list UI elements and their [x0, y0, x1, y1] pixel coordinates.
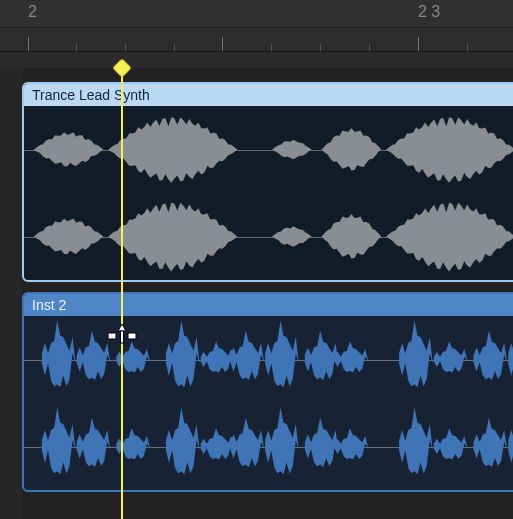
ruler-tick-minor [271, 44, 272, 51]
tracks-gutter [0, 68, 22, 519]
ruler-tick-major [28, 37, 29, 51]
audio-region-trance-lead-synth[interactable]: Trance Lead Synth [22, 82, 513, 282]
ruler-tick-major [418, 37, 419, 51]
ruler-tick-minor [125, 44, 126, 51]
ruler-tick-minor [467, 44, 468, 51]
ruler-tick-minor [76, 44, 77, 51]
ruler-tick-minor [369, 44, 370, 51]
ruler-tick-minor [174, 44, 175, 51]
playhead-handle-icon[interactable] [112, 58, 132, 78]
ruler-tick-major [222, 37, 223, 51]
ruler-bar-label: 2 3 [418, 3, 440, 21]
region-title: Inst 2 [24, 294, 513, 316]
timeline-ruler[interactable]: 22 3 [0, 0, 513, 52]
playhead[interactable] [121, 68, 123, 519]
ruler-tick-minor [320, 44, 321, 51]
waveform [24, 316, 513, 490]
ruler-bar-label: 2 [28, 3, 37, 21]
audio-region-inst-2[interactable]: Inst 2 [22, 292, 513, 492]
waveform [24, 106, 513, 280]
region-title: Trance Lead Synth [24, 84, 513, 106]
tracks-area[interactable]: Trance Lead Synth Inst 2 [0, 68, 513, 519]
